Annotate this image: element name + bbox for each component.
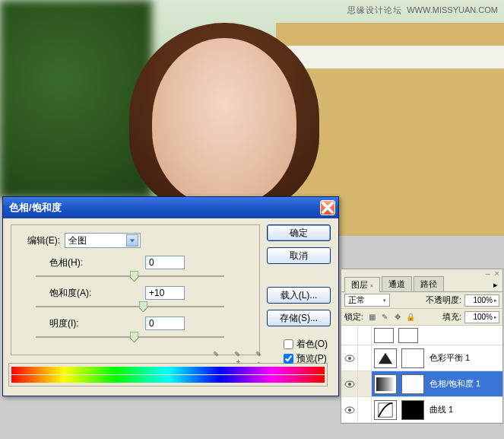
watermark: 思缘设计论坛WWW.MISSYUAN.COM — [347, 5, 498, 16]
hue-slider[interactable] — [36, 271, 224, 282]
layer-thumbnail — [374, 328, 394, 343]
panel-tabs: 图层 × 通道 路径 ▸ — [341, 277, 502, 292]
fill-input[interactable]: 100%▸ — [464, 311, 499, 323]
layer-name: 曲线 1 — [430, 404, 453, 415]
eyedropper-minus-icon[interactable]: - — [247, 350, 262, 365]
eyedropper-tools: + - — [204, 350, 262, 365]
tab-paths[interactable]: 路径 — [414, 276, 444, 291]
layer-mask — [398, 328, 418, 343]
colorize-checkbox[interactable]: 着色(O) — [284, 338, 328, 351]
minimize-icon[interactable]: – — [485, 269, 490, 278]
svg-point-3 — [348, 357, 351, 360]
adjustment-icon — [374, 374, 397, 394]
lock-transparency-icon[interactable]: ▦ — [366, 312, 377, 323]
svg-text:+: + — [236, 358, 241, 365]
svg-rect-8 — [379, 402, 392, 416]
panel-menu-icon[interactable]: ▸ — [489, 278, 502, 291]
saturation-label: 饱和度(A): — [19, 287, 115, 300]
opacity-input[interactable]: 100%▸ — [464, 294, 499, 307]
chevron-down-icon — [126, 234, 138, 247]
lock-brush-icon[interactable]: ✎ — [379, 312, 390, 323]
visibility-toggle[interactable] — [341, 345, 358, 371]
ok-button[interactable]: 确定 — [267, 224, 331, 241]
tab-channels[interactable]: 通道 — [382, 276, 412, 291]
fill-label: 填充: — [442, 311, 461, 323]
hue-input[interactable] — [145, 256, 185, 269]
opacity-label: 不透明度: — [426, 294, 461, 306]
lightness-slider-row: 明度(I): — [19, 317, 252, 342]
hue-gradient-bars — [8, 363, 328, 387]
layer-mask — [401, 374, 424, 394]
preview-checkbox[interactable]: 预览(P) — [284, 352, 328, 365]
dialog-titlebar[interactable]: 色相/饱和度 — [3, 197, 338, 218]
svg-text:-: - — [258, 358, 260, 365]
edit-label: 编辑(E): — [19, 234, 60, 247]
eye-icon — [344, 380, 355, 388]
adjustment-icon — [374, 400, 397, 420]
edit-combo[interactable]: 全图 — [65, 233, 141, 248]
layer-row[interactable] — [341, 326, 502, 345]
lock-move-icon[interactable]: ✥ — [392, 312, 403, 323]
saturation-slider[interactable] — [36, 301, 224, 312]
visibility-toggle[interactable] — [341, 326, 358, 345]
lightness-label: 明度(I): — [19, 317, 115, 330]
hue-slider-row: 色相(H): — [19, 256, 252, 282]
svg-point-5 — [348, 383, 351, 386]
lock-label: 锁定: — [344, 311, 363, 323]
visibility-toggle[interactable] — [341, 397, 358, 422]
cancel-button[interactable]: 取消 — [267, 247, 331, 264]
close-panel-icon[interactable]: × — [495, 269, 499, 278]
close-icon — [321, 201, 334, 215]
visibility-toggle[interactable] — [341, 371, 358, 396]
close-button[interactable] — [320, 200, 335, 215]
eye-icon — [344, 355, 355, 362]
layer-name: 色彩平衡 1 — [430, 352, 470, 364]
lightness-input[interactable] — [145, 317, 185, 330]
eye-icon — [344, 406, 355, 414]
layers-list: 色彩平衡 1 色相/饱和度 1 曲线 1 — [341, 326, 502, 423]
layer-row[interactable]: 色彩平衡 1 — [341, 345, 502, 371]
blend-mode-select[interactable]: 正常 ▾ — [344, 294, 390, 307]
eyedropper-icon[interactable] — [204, 350, 220, 365]
hue-saturation-dialog: 色相/饱和度 编辑(E): 全图 色相(H): — [2, 196, 339, 396]
layer-row[interactable]: 色相/饱和度 1 — [341, 371, 502, 397]
layer-name: 色相/饱和度 1 — [430, 378, 480, 390]
dialog-title: 色相/饱和度 — [9, 201, 320, 215]
lightness-slider[interactable] — [36, 332, 224, 342]
svg-point-7 — [348, 409, 351, 412]
eyedropper-plus-icon[interactable]: + — [226, 350, 241, 365]
layer-mask — [401, 348, 424, 368]
slider-group: 编辑(E): 全图 色相(H): 饱和度(A): — [11, 224, 260, 355]
save-button[interactable]: 存储(S)... — [267, 310, 331, 326]
layer-mask — [401, 400, 424, 420]
hue-label: 色相(H): — [19, 256, 115, 269]
tab-layers[interactable]: 图层 × — [344, 277, 380, 292]
load-button[interactable]: 载入(L)... — [267, 287, 331, 304]
adjustment-icon — [374, 348, 397, 368]
lock-all-icon[interactable]: 🔒 — [405, 312, 416, 323]
layers-panel: – × 图层 × 通道 路径 ▸ 正常 ▾ 不透明度: 100%▸ 锁定: ▦ … — [341, 269, 503, 424]
saturation-input[interactable] — [145, 286, 185, 300]
layer-row[interactable]: 曲线 1 — [341, 397, 502, 423]
saturation-slider-row: 饱和度(A): — [19, 286, 252, 312]
